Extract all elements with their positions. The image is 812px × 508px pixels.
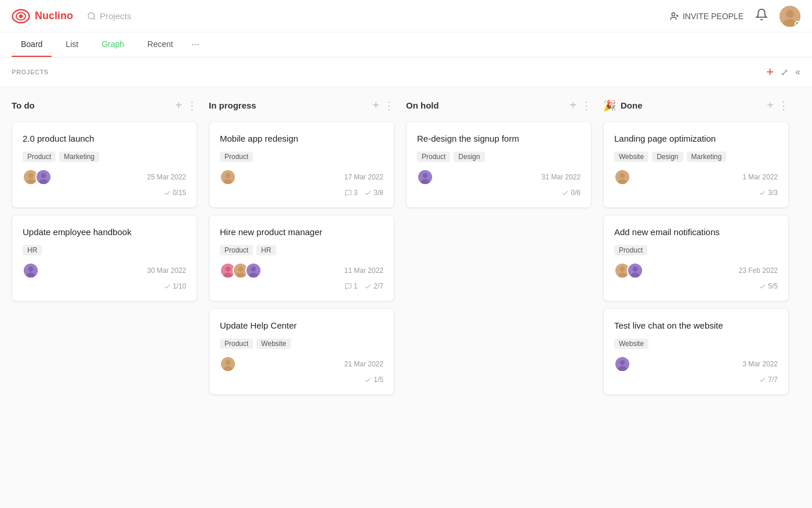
card-check-count: 7/7: [759, 376, 778, 384]
column-header: To do+⋮: [12, 99, 197, 112]
column-menu-button[interactable]: ⋮: [187, 99, 197, 112]
tab-board[interactable]: Board: [12, 33, 52, 57]
tab-recent[interactable]: Recent: [138, 33, 182, 57]
notifications-bell[interactable]: [755, 8, 768, 24]
column-done: 🎉Done+⋮Landing page optimizationWebsiteD…: [603, 99, 789, 508]
card-check-count: 1/5: [364, 376, 383, 384]
projects-bar: PROJECTS + ⤢ «: [0, 57, 812, 87]
card-date: 23 Feb 2022: [739, 266, 778, 275]
card-avatar-group: [614, 356, 627, 372]
card-title: Re-design the signup form: [417, 132, 581, 145]
logo[interactable]: Nuclino: [12, 7, 73, 26]
column-title: On hold: [406, 100, 565, 110]
svg-point-29: [251, 266, 256, 272]
search-placeholder: Projects: [100, 11, 131, 21]
kanban-card[interactable]: Landing page optimizationWebsiteDesignMa…: [603, 121, 789, 208]
column-title: Done: [621, 100, 762, 110]
card-avatar-group: [614, 262, 640, 279]
card-meta: 0/6: [417, 189, 581, 197]
card-avatar-group: [417, 169, 430, 185]
svg-point-41: [620, 266, 625, 272]
card-date: 3 Mar 2022: [742, 360, 778, 368]
card-date: 25 Mar 2022: [147, 173, 186, 181]
card-tag: Website: [614, 338, 648, 349]
column-menu-button[interactable]: ⋮: [778, 99, 789, 112]
card-check-count: 5/5: [759, 282, 778, 290]
card-avatar: [417, 169, 433, 185]
column-menu-button[interactable]: ⋮: [581, 99, 592, 112]
column-todo: To do+⋮2.0 product launchProductMarketin…: [12, 99, 197, 508]
collapse-icon[interactable]: «: [795, 67, 800, 77]
column-add-button[interactable]: +: [570, 99, 577, 112]
add-person-icon: [670, 12, 679, 21]
card-title: Mobile app redesign: [220, 132, 383, 145]
column-title: To do: [12, 100, 171, 110]
column-add-button[interactable]: +: [767, 99, 774, 112]
svg-point-47: [620, 360, 625, 365]
card-tag: Website: [614, 152, 648, 162]
card-meta: 7/7: [614, 376, 778, 384]
column-menu-button[interactable]: ⋮: [384, 99, 394, 112]
card-avatar-group: [23, 262, 35, 279]
card-avatar: [220, 356, 236, 372]
card-tag: Design: [652, 152, 683, 162]
card-avatar: [220, 169, 236, 185]
card-check-count: 2/7: [364, 282, 383, 290]
card-footer: 1 Mar 2022: [614, 169, 778, 185]
logo-icon: [12, 7, 30, 26]
add-project-button[interactable]: +: [766, 64, 774, 80]
user-avatar[interactable]: [780, 6, 800, 27]
card-tag: Product: [614, 245, 647, 255]
kanban-card[interactable]: Add new email notificationsProduct23 Feb…: [603, 215, 789, 301]
column-add-button[interactable]: +: [372, 99, 379, 112]
card-avatar-group: [220, 169, 233, 185]
card-footer: 25 Mar 2022: [23, 169, 186, 185]
svg-point-3: [88, 13, 95, 19]
card-footer: 3 Mar 2022: [614, 356, 778, 372]
card-tag: Product: [220, 338, 253, 349]
card-tags: ProductWebsite: [220, 338, 383, 349]
header-right: INVITE PEOPLE: [670, 6, 800, 27]
tab-more-button[interactable]: ⋯: [187, 33, 204, 56]
card-date: 31 Mar 2022: [542, 173, 581, 181]
column-add-button[interactable]: +: [175, 99, 182, 112]
card-tags: HR: [23, 245, 186, 255]
kanban-card[interactable]: Hire new product managerProductHR11 Mar …: [209, 215, 394, 301]
svg-point-35: [423, 173, 428, 178]
card-meta: 1/5: [220, 376, 383, 384]
card-tag: HR: [256, 245, 276, 255]
card-footer: 30 Mar 2022: [23, 262, 186, 279]
search-bar[interactable]: Projects: [87, 11, 131, 21]
card-date: 30 Mar 2022: [147, 266, 186, 275]
tab-list[interactable]: List: [56, 33, 88, 57]
kanban-card[interactable]: Mobile app redesignProduct17 Mar 2022 3 …: [209, 121, 394, 208]
svg-point-23: [226, 266, 231, 272]
card-title: Test live chat on the website: [614, 319, 778, 332]
card-footer: 17 Mar 2022: [220, 169, 383, 185]
kanban-card[interactable]: Update Help CenterProductWebsite21 Mar 2…: [209, 308, 394, 395]
invite-button[interactable]: INVITE PEOPLE: [670, 12, 744, 21]
kanban-card[interactable]: Re-design the signup formProductDesign31…: [406, 121, 592, 208]
column-header: On hold+⋮: [406, 99, 592, 112]
expand-icon[interactable]: ⤢: [781, 67, 788, 78]
card-footer: 23 Feb 2022: [614, 262, 778, 279]
search-icon: [87, 12, 96, 21]
card-tags: ProductHR: [220, 245, 383, 255]
kanban-card[interactable]: Test live chat on the websiteWebsite3 Ma…: [603, 308, 789, 395]
card-tag: Product: [417, 152, 450, 162]
column-onhold: On hold+⋮Re-design the signup formProduc…: [406, 99, 592, 508]
card-tag: Marketing: [687, 152, 727, 162]
kanban-board: To do+⋮2.0 product launchProductMarketin…: [0, 87, 812, 508]
card-avatar: [627, 262, 643, 279]
card-tag: Product: [220, 245, 253, 255]
card-tag: Product: [220, 152, 253, 162]
svg-point-4: [672, 13, 675, 16]
card-title: Landing page optimization: [614, 132, 778, 145]
card-footer: 11 Mar 2022: [220, 262, 383, 279]
column-header: 🎉Done+⋮: [603, 99, 789, 112]
kanban-card[interactable]: 2.0 product launchProductMarketing25 Mar…: [12, 121, 197, 208]
online-indicator: [795, 21, 800, 27]
kanban-card[interactable]: Update employee handbookHR30 Mar 2022 1/…: [12, 215, 197, 301]
tab-graph[interactable]: Graph: [92, 33, 133, 57]
card-meta: 3 3/8: [220, 189, 383, 197]
